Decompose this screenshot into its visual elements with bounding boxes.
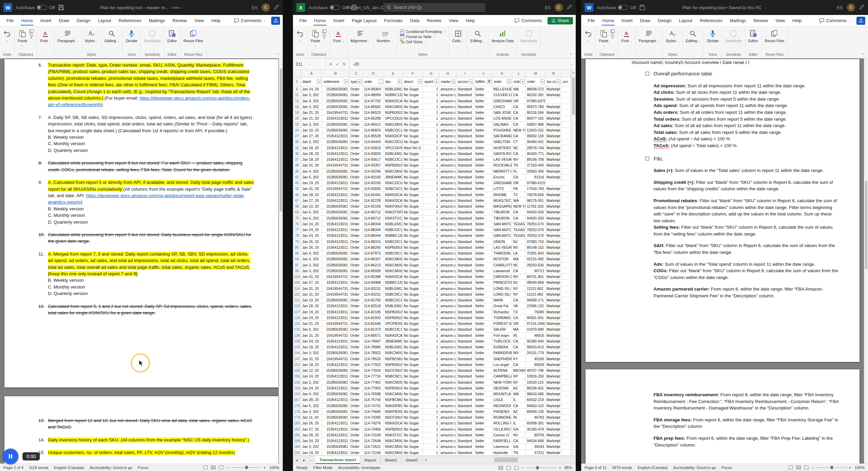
grid-cell[interactable]: LONG ISL/ <box>492 286 512 292</box>
grid-cell[interactable]: Standard <box>456 127 474 133</box>
grid-cell[interactable]: 78253-570 <box>526 233 545 239</box>
comments-button[interactable]: Comments⌄ <box>231 17 268 24</box>
grid-cell[interactable]: 15285635081 <box>322 86 349 92</box>
grid-cell[interactable]: 123 <box>293 303 301 309</box>
grid-cell[interactable]: RHOME <box>492 192 512 198</box>
grid-cell[interactable]: 93907-896 <box>526 122 545 127</box>
avatar[interactable]: E <box>555 3 563 12</box>
grid-cell[interactable]: 89701-801 <box>526 274 545 280</box>
grid-cell[interactable]: 78253-570 <box>526 221 545 227</box>
grid-cell[interactable]: Standard <box>456 233 474 239</box>
grid-cell[interactable]: NSBLEM12 <box>384 221 403 227</box>
grid-cell[interactable]: 132 <box>293 321 301 327</box>
grid-cell[interactable]: 114-79947 <box>363 338 384 344</box>
word-left-document-area[interactable]: 6.Transaction report: Date, type, Order … <box>0 58 283 464</box>
grid-cell[interactable]: Order <box>349 169 363 174</box>
grid-cell[interactable]: amazon.c <box>439 250 456 256</box>
grid-cell[interactable]: Order <box>349 385 363 391</box>
grid-cell[interactable]: 114-93833 <box>363 151 384 157</box>
grid-cell[interactable]: 15354123011 <box>322 245 349 250</box>
doc-paragraph[interactable]: Ad sales: Sum of all ad sales from repor… <box>654 122 839 129</box>
grid-cell[interactable]: Marketpl <box>545 127 562 133</box>
grid-cell[interactable]: 153 <box>293 362 301 368</box>
grid-cell[interactable]: Standard <box>456 292 474 297</box>
grid-cell[interactable]: 1 <box>423 268 439 274</box>
group-button-editing[interactable]: Editing ⌄ <box>686 29 700 43</box>
grid-cell[interactable]: NY <box>512 373 526 379</box>
grid-cell[interactable]: CA <box>512 92 526 98</box>
grid-cell[interactable]: Standard <box>456 420 474 426</box>
grid-cell[interactable]: NSBCOC12 <box>384 239 403 245</box>
pen-icon[interactable] <box>859 4 865 11</box>
grid-cell[interactable]: Order <box>349 139 363 145</box>
menu-home[interactable]: Home <box>310 15 330 26</box>
grid-cell[interactable]: Order <box>349 157 363 162</box>
grid-cell[interactable]: Order <box>349 274 363 280</box>
group-button-paragraph[interactable]: Paragraph ⌄ <box>639 29 659 43</box>
grid-cell[interactable]: SACRAMEI <box>492 133 512 139</box>
grid-cell[interactable]: Jan 11, 20 <box>301 415 322 420</box>
grid-cell[interactable]: 114-96208 <box>363 116 384 121</box>
grid-cell[interactable]: 90077-191 <box>526 116 545 121</box>
grid-cell[interactable]: Standard <box>456 297 474 303</box>
grid-cell[interactable]: NSKCMIXL <box>384 122 403 127</box>
grid-cell[interactable]: Marketpl <box>545 233 562 239</box>
grid-cell[interactable] <box>562 280 571 285</box>
grid-cell[interactable]: 1 <box>423 169 439 174</box>
undo-button[interactable]: ⌄ <box>584 29 592 42</box>
grid-cell[interactable] <box>562 385 571 391</box>
grid-cell[interactable]: Seller <box>474 286 492 292</box>
grid-cell[interactable]: 15285635081 <box>322 215 349 221</box>
grid-cell[interactable]: 1 <box>423 309 439 315</box>
grid-cell[interactable]: Standard <box>456 104 474 110</box>
grid-cell[interactable]: 90026 <box>526 362 545 368</box>
grid-cell[interactable]: Marketpl <box>545 309 562 315</box>
menu-view[interactable]: View <box>191 15 208 26</box>
grid-cell[interactable]: CA <box>512 110 526 116</box>
grid-cell[interactable]: Order <box>349 110 363 116</box>
window-title[interactable]: Plan for reporting tool - master re...\u… <box>100 5 183 10</box>
grid-cell[interactable]: LITITZ <box>492 186 512 192</box>
zoom-level[interactable]: 100% <box>855 466 865 470</box>
grid-cell[interactable]: Standard <box>456 86 474 92</box>
grid-cell[interactable] <box>545 98 562 104</box>
grid-cell[interactable]: GA <box>512 426 526 432</box>
grid-cell[interactable]: REDWOOI <box>492 403 512 409</box>
grid-cell[interactable]: 70 <box>293 215 301 221</box>
column-header-B[interactable]: B <box>322 70 349 77</box>
grid-cell[interactable]: Marketpl <box>545 344 562 350</box>
grid-cell[interactable]: Order <box>349 327 363 332</box>
grid-cell[interactable]: Seller <box>474 415 492 420</box>
column-header-C[interactable]: C <box>349 70 363 77</box>
grid-cell[interactable]: 86336-601 <box>526 385 545 391</box>
grid-cell[interactable]: 97116-2590 <box>526 321 545 327</box>
grid-cell[interactable]: No Sugar <box>403 344 423 350</box>
grid-cell[interactable]: Seller <box>474 397 492 403</box>
grid-cell[interactable] <box>562 268 571 274</box>
grid-cell[interactable]: Marketpl <box>545 92 562 98</box>
grid-cell[interactable]: 15354123011 <box>322 221 349 227</box>
grid-cell[interactable]: NV <box>512 245 526 250</box>
grid-cell[interactable]: Jan 6, 202 <box>301 174 322 180</box>
column-header-I[interactable]: I <box>456 70 474 77</box>
grid-cell[interactable]: SHELTON <box>492 139 512 145</box>
grid-cell[interactable]: No Sugar <box>403 385 423 391</box>
grid-cell[interactable]: 1 <box>423 104 439 110</box>
grid-cell[interactable]: Standard <box>456 274 474 280</box>
grid-cell[interactable]: 114-81933 <box>363 315 384 321</box>
grid-cell[interactable]: amazon.c <box>439 192 456 198</box>
grid-cell[interactable]: 114-83231 <box>363 286 384 292</box>
grid-cell[interactable]: Order <box>349 215 363 221</box>
grid-cell[interactable]: amazon.c <box>439 122 456 127</box>
grid-cell[interactable]: Seller <box>474 385 492 391</box>
grid-cell[interactable]: 11 <box>293 92 301 98</box>
cell-styles-button[interactable]: Cell Styles⌄ <box>400 39 446 44</box>
grid-cell[interactable]: Standard <box>456 186 474 192</box>
grid-cell[interactable]: Seller <box>474 198 492 204</box>
grid-cell[interactable]: 114-96012 <box>363 122 384 127</box>
sheet-tab-report[interactable]: Report <box>360 456 381 464</box>
grid-cell[interactable]: 114-96562 <box>363 104 384 110</box>
grid-cell[interactable]: Standard <box>456 98 474 104</box>
grid-cell[interactable]: 183 <box>293 426 301 432</box>
grid-cell[interactable]: 15354123011 <box>322 362 349 368</box>
